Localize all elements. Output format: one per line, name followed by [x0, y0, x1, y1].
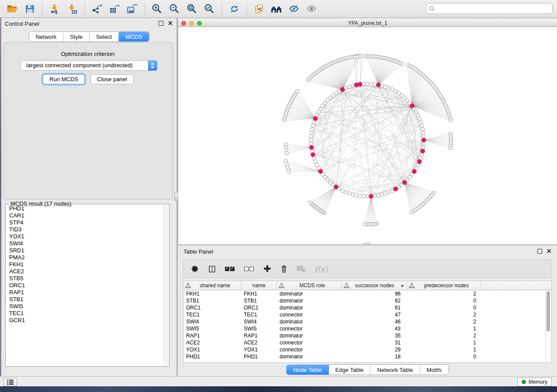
network-window-titlebar[interactable]: YPA_prune.txt_1	[178, 20, 557, 27]
tab-select[interactable]: Select	[90, 32, 119, 41]
mcds-result-item[interactable]: CAR1	[6, 212, 163, 219]
table-row[interactable]: ORC1ORC1dominator610	[183, 304, 551, 311]
close-panel-icon[interactable]: ×	[167, 21, 173, 26]
hierarchy-icon	[279, 283, 284, 289]
table-row[interactable]: STB1STB1dominator620	[183, 297, 551, 304]
tab-motifs[interactable]: Motifs	[420, 365, 448, 375]
table-row[interactable]: TEC1TEC1connector472	[183, 311, 551, 318]
mcds-result-item[interactable]: STB5	[6, 275, 163, 282]
open-file-button[interactable]	[5, 2, 19, 16]
mcds-result-item[interactable]: SWI4	[6, 240, 163, 247]
export-image-button[interactable]	[125, 2, 139, 16]
run-mcds-button[interactable]: Run MCDS	[43, 74, 85, 84]
mcds-result-item[interactable]: ACE2	[6, 268, 163, 275]
float-panel-icon[interactable]	[159, 21, 163, 26]
mcds-result-item[interactable]: RAP1	[6, 289, 163, 296]
cell-name: ORC1	[241, 304, 277, 311]
optimization-criterion-select[interactable]: largest connected component (undirected)	[21, 60, 157, 71]
column-header-successor-nodes[interactable]: successor nodes	[342, 281, 407, 290]
result-list-scrollbar[interactable]	[163, 205, 169, 366]
memory-label: Memory	[529, 379, 547, 385]
table-scrollbar-thumb[interactable]	[547, 291, 550, 331]
close-table-panel-icon[interactable]: ×	[546, 249, 552, 254]
cell-name: STB1	[241, 297, 277, 304]
network-view-window: YPA_prune.txt_1	[178, 20, 557, 244]
zoom-fit-button[interactable]	[185, 2, 199, 16]
table-row[interactable]: PHD1PHD1dominator180	[183, 353, 551, 360]
table-row[interactable]: FKH1FKH1dominator962	[183, 290, 551, 297]
table-panel-title: Table Panel	[183, 248, 213, 255]
table-row[interactable]: SWI5SWI5connector431	[183, 325, 551, 332]
table-row[interactable]: ACE2ACE2connector311	[183, 339, 551, 346]
cell-successor-nodes: 18	[342, 353, 407, 360]
table-header-row: shared namenameMCDS rolesuccessor nodesp…	[183, 281, 551, 290]
cell-shared-name: YOX1	[183, 346, 241, 353]
mcds-result-item[interactable]: PMA2	[6, 254, 163, 261]
mcds-result-item[interactable]: TID3	[6, 226, 163, 233]
import-table-button[interactable]	[65, 2, 79, 16]
mcds-result-item[interactable]: TEC1	[6, 310, 163, 317]
table-row[interactable]: RAP1RAP1dominator352	[183, 332, 551, 339]
search-box[interactable]	[426, 3, 553, 14]
export-table-button[interactable]	[107, 2, 121, 16]
cell-MCDS-role: dominator	[277, 297, 342, 304]
list-icon	[7, 379, 14, 385]
tab-mcds[interactable]: MCDS	[119, 32, 149, 41]
column-header-shared-name[interactable]: shared name	[183, 281, 241, 290]
import-network-button[interactable]	[48, 2, 62, 16]
mcds-result-item[interactable]: STP4	[6, 219, 163, 226]
column-header-predecessor-nodes[interactable]: predecessor nodes	[407, 281, 481, 290]
zoom-in-button[interactable]	[150, 2, 164, 16]
select-all-rows-button[interactable]	[225, 263, 235, 275]
tab-edge-table[interactable]: Edge Table	[329, 365, 370, 375]
zoom-out-button[interactable]	[167, 2, 181, 16]
table-settings-button[interactable]	[190, 263, 199, 275]
table-row[interactable]: YOX1YOX1connector291	[183, 346, 551, 353]
tab-node-table[interactable]: Node Table	[287, 365, 329, 375]
mcds-result-item[interactable]: GCR1	[6, 317, 163, 324]
mcds-result-item[interactable]: SWI5	[6, 303, 163, 310]
save-session-icon	[25, 4, 35, 14]
network-canvas[interactable]	[178, 27, 557, 244]
mcds-result-item[interactable]: FKH1	[6, 261, 163, 268]
show-panels-button[interactable]	[3, 378, 17, 386]
cell-MCDS-role: connector	[277, 311, 342, 318]
refresh-button[interactable]	[227, 2, 241, 16]
main-toolbar	[0, 0, 557, 18]
control-panel-title: Control Panel	[5, 21, 39, 27]
toggle-panel-columns-button[interactable]	[208, 263, 216, 275]
deselect-all-rows-button[interactable]	[244, 263, 255, 275]
close-panel-button[interactable]: Close panel	[90, 74, 134, 84]
column-header-name[interactable]: name	[241, 281, 277, 290]
mcds-result-item[interactable]: SRD1	[6, 247, 163, 254]
create-column-button[interactable]: ✚	[263, 263, 271, 275]
zoom-selected-button[interactable]	[202, 2, 216, 16]
toolbar-group	[85, 2, 145, 15]
hide-selected-button[interactable]	[287, 2, 301, 16]
tab-style[interactable]: Style	[63, 32, 90, 41]
mcds-result-item[interactable]: ORC1	[6, 282, 163, 289]
control-panel: Control Panel × NetworkStyleSelectMCDS O…	[1, 18, 176, 376]
save-session-button[interactable]	[23, 2, 37, 16]
tab-network[interactable]: Network	[29, 32, 63, 41]
tab-network-table[interactable]: Network Table	[370, 365, 420, 375]
mcds-result-item[interactable]: STB1	[6, 296, 163, 303]
zoom-selected-icon	[204, 3, 214, 14]
delete-columns-button[interactable]	[280, 263, 288, 275]
cell-MCDS-role: dominator	[277, 353, 342, 360]
column-header-MCDS-role[interactable]: MCDS role	[277, 281, 342, 290]
float-table-panel-icon[interactable]	[537, 249, 542, 254]
mcds-result-list[interactable]: PHD1CAR1STP4TID3YOX1SWI4SRD1PMA2FKH1ACE2…	[6, 205, 163, 366]
memory-button[interactable]: Memory	[517, 378, 552, 386]
table-scrollbar[interactable]	[545, 290, 551, 362]
search-input[interactable]	[437, 5, 550, 12]
cell-MCDS-role: connector	[277, 339, 342, 346]
mcds-result-item[interactable]: YOX1	[6, 233, 163, 240]
cell-predecessor-nodes: 0	[407, 353, 481, 360]
first-neighbors-button[interactable]	[270, 2, 284, 16]
new-network-from-selection-button[interactable]	[252, 2, 266, 16]
mcds-result-item[interactable]: PHD1	[6, 205, 163, 212]
export-network-button[interactable]	[90, 2, 104, 16]
table-row[interactable]: SWI4SWI4dominator462	[183, 318, 551, 325]
show-graphics-button[interactable]	[304, 2, 318, 16]
